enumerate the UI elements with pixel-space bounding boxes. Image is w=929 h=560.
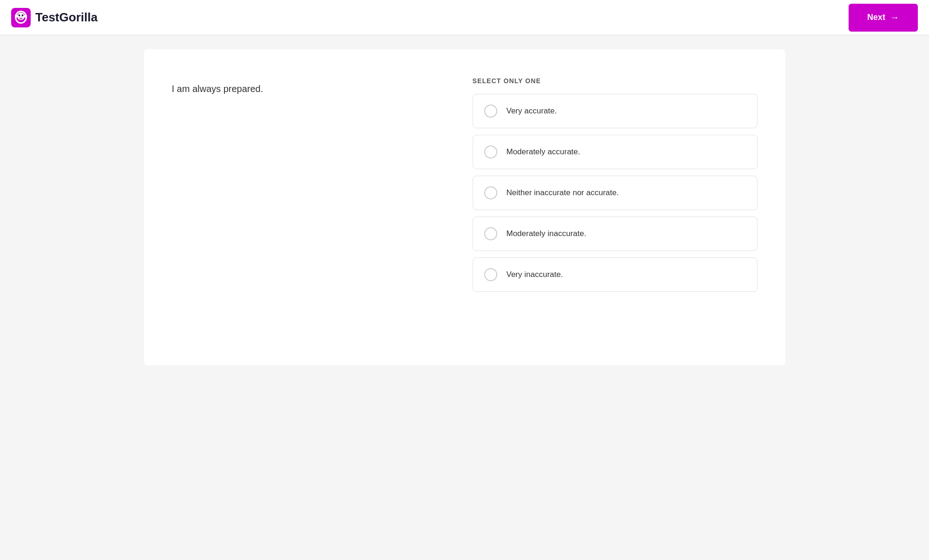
answer-area: SELECT ONLY ONE Very accurate.Moderately… bbox=[473, 77, 758, 337]
next-button-label: Next bbox=[867, 13, 885, 22]
option-label: Very accurate. bbox=[507, 106, 557, 116]
logo-icon bbox=[11, 8, 31, 27]
radio-circle bbox=[484, 268, 497, 281]
radio-circle bbox=[484, 186, 497, 199]
radio-circle bbox=[484, 227, 497, 240]
select-instruction: SELECT ONLY ONE bbox=[473, 77, 758, 85]
option-item[interactable]: Very accurate. bbox=[473, 94, 758, 128]
svg-point-7 bbox=[15, 15, 18, 18]
question-card: I am always prepared. SELECT ONLY ONE Ve… bbox=[144, 49, 785, 365]
radio-circle bbox=[484, 105, 497, 118]
question-text: I am always prepared. bbox=[172, 82, 435, 96]
option-label: Very inaccurate. bbox=[507, 270, 563, 279]
option-item[interactable]: Moderately inaccurate. bbox=[473, 217, 758, 251]
options-list: Very accurate.Moderately accurate.Neithe… bbox=[473, 94, 758, 292]
option-item[interactable]: Very inaccurate. bbox=[473, 257, 758, 292]
option-label: Moderately accurate. bbox=[507, 147, 580, 157]
next-arrow-icon: → bbox=[890, 12, 899, 23]
option-label: Moderately inaccurate. bbox=[507, 229, 586, 238]
main-content: I am always prepared. SELECT ONLY ONE Ve… bbox=[0, 35, 929, 379]
option-label: Neither inaccurate nor accurate. bbox=[507, 188, 619, 198]
option-item[interactable]: Neither inaccurate nor accurate. bbox=[473, 176, 758, 210]
question-text-area: I am always prepared. bbox=[172, 77, 435, 337]
svg-point-4 bbox=[19, 14, 20, 16]
option-item[interactable]: Moderately accurate. bbox=[473, 135, 758, 169]
svg-point-5 bbox=[22, 14, 24, 16]
next-button[interactable]: Next → bbox=[849, 4, 918, 32]
radio-circle bbox=[484, 145, 497, 158]
logo-area: TestGorilla bbox=[11, 8, 98, 27]
logo-text: TestGorilla bbox=[35, 10, 98, 25]
svg-point-8 bbox=[24, 15, 27, 18]
header: TestGorilla Next → bbox=[0, 0, 929, 35]
